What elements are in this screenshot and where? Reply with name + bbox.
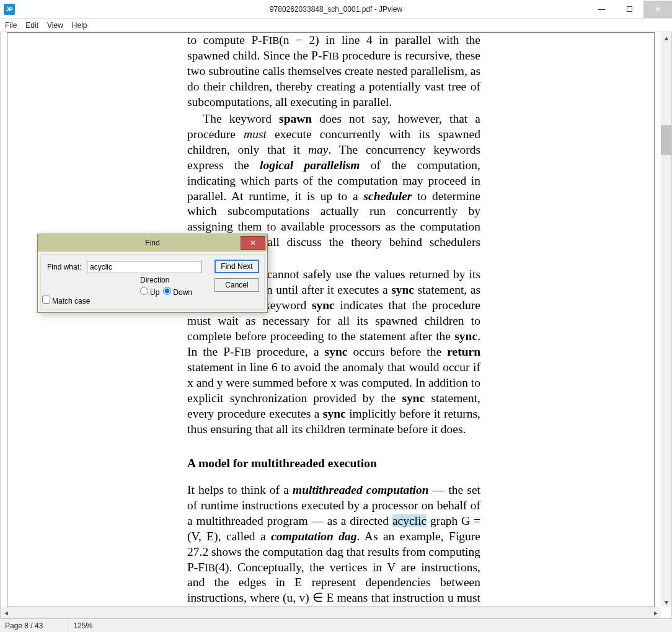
menu-file[interactable]: File bbox=[5, 21, 17, 30]
window-title: 9780262033848_sch_0001.pdf - JPview bbox=[0, 5, 672, 14]
find-next-button[interactable]: Find Next bbox=[214, 260, 259, 273]
cancel-button[interactable]: Cancel bbox=[214, 278, 259, 292]
status-page: Page 8 / 43 bbox=[5, 621, 68, 630]
find-dialog-body: Find what: Find Next Cancel Direction Up… bbox=[40, 254, 265, 310]
find-what-label: Find what: bbox=[47, 263, 87, 271]
direction-group: Direction Up Down bbox=[140, 276, 192, 297]
document-page[interactable]: to compute P-FIB(n − 2) in line 4 in par… bbox=[7, 32, 655, 607]
statusbar: Page 8 / 43 125% bbox=[0, 618, 672, 632]
window-close-button[interactable]: ✕ bbox=[643, 1, 672, 18]
menu-view[interactable]: View bbox=[47, 21, 63, 30]
find-dialog: Find ✕ Find what: Find Next Cancel Direc… bbox=[37, 234, 268, 313]
search-highlight: acyclic bbox=[392, 514, 427, 527]
app-icon: JP bbox=[4, 4, 15, 15]
horizontal-scrollbar[interactable]: ◂ ▸ bbox=[1, 607, 661, 618]
scroll-right-arrow-icon[interactable]: ▸ bbox=[650, 607, 661, 618]
find-dialog-title: Find bbox=[38, 239, 267, 247]
document-viewport: to compute P-FIB(n − 2) in line 4 in par… bbox=[0, 32, 672, 618]
find-dialog-titlebar[interactable]: Find ✕ bbox=[38, 234, 267, 252]
menubar: File Edit View Help bbox=[0, 19, 672, 32]
document-text: to compute P-FIB(n − 2) in line 4 in par… bbox=[187, 33, 480, 607]
direction-label: Direction bbox=[140, 276, 192, 284]
menu-edit[interactable]: Edit bbox=[25, 21, 38, 30]
window-controls: — ☐ ✕ bbox=[588, 1, 672, 18]
scroll-left-arrow-icon[interactable]: ◂ bbox=[1, 607, 11, 618]
status-zoom: 125% bbox=[73, 621, 92, 630]
section-heading: A model for multithreaded execution bbox=[187, 456, 480, 472]
scroll-thumb[interactable] bbox=[661, 125, 671, 155]
scroll-down-arrow-icon[interactable]: ▾ bbox=[661, 597, 671, 607]
direction-radio-down[interactable]: Down bbox=[163, 287, 192, 297]
find-dialog-close-button[interactable]: ✕ bbox=[241, 236, 265, 250]
maximize-button[interactable]: ☐ bbox=[616, 1, 643, 18]
match-case-checkbox[interactable]: Match case bbox=[42, 296, 90, 305]
direction-radio-up[interactable]: Up bbox=[140, 287, 159, 297]
menu-help[interactable]: Help bbox=[72, 21, 87, 30]
scroll-up-arrow-icon[interactable]: ▴ bbox=[661, 32, 671, 43]
titlebar: JP 9780262033848_sch_0001.pdf - JPview —… bbox=[0, 0, 672, 19]
vertical-scrollbar[interactable]: ▴ ▾ bbox=[661, 32, 671, 607]
find-input[interactable] bbox=[87, 261, 202, 273]
minimize-button[interactable]: — bbox=[588, 1, 616, 18]
close-icon: ✕ bbox=[250, 239, 256, 247]
